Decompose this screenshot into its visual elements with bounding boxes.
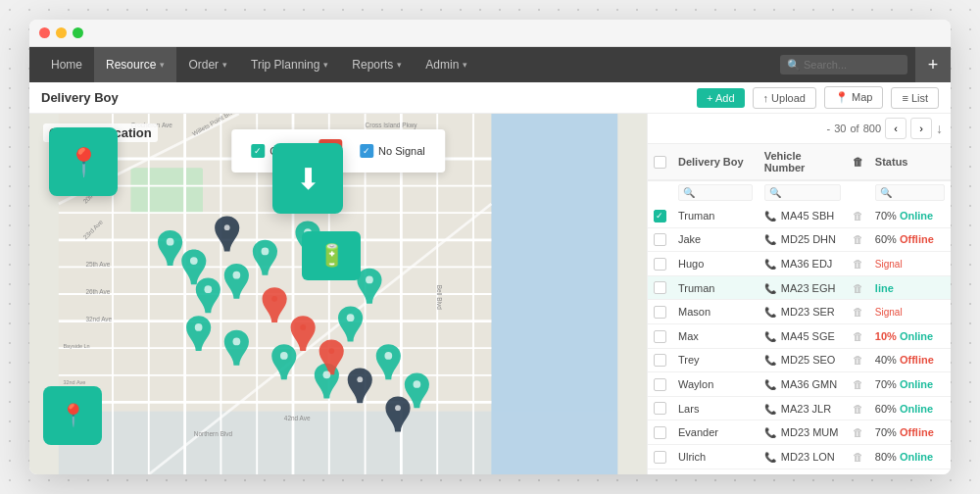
table-row: Ulrich 📞 MD23 LON 🗑 80% Online (648, 444, 951, 469)
right-panel: - 30 of 800 ‹ › ↓ D (647, 114, 951, 474)
col-status: Status (869, 144, 951, 180)
download-icon: ⬇ (296, 162, 320, 196)
row-checkbox-10[interactable] (654, 451, 666, 464)
row-name-4: Mason (672, 300, 759, 324)
nav-trip-planning[interactable]: Trip Planning ▾ (239, 47, 340, 82)
row-vehicle-4: 📞 MD23 SER (759, 300, 847, 324)
export-icon[interactable]: ↓ (936, 121, 943, 136)
row-vehicle-1: 📞 MD25 DHN (759, 227, 847, 252)
nav-search-area: 🔍 (780, 55, 915, 74)
delete-row-5[interactable]: 🗑 (853, 330, 863, 342)
trip-chevron: ▾ (323, 60, 328, 70)
row-status-11: 50% Online (869, 469, 951, 474)
delete-row-10[interactable]: 🗑 (853, 451, 863, 463)
svg-text:Cross Island Pkwy: Cross Island Pkwy (366, 122, 418, 129)
row-checkbox-1[interactable] (654, 233, 666, 246)
row-name-3: Truman (672, 275, 759, 300)
delete-row-4[interactable]: 🗑 (853, 306, 863, 318)
row-status-2: Signal (869, 252, 951, 276)
main-area: 20th Ave 23rd Ave 25th Ave 26th Ave 32nd… (29, 114, 951, 474)
status-value-4: Signal (875, 307, 903, 318)
row-checkbox-7[interactable] (654, 378, 666, 391)
resource-chevron: ▾ (160, 60, 165, 70)
table-row: Truman 📞 MA23 EGH 🗑 line (648, 275, 951, 300)
phone-icon-10: 📞 (764, 452, 776, 463)
delete-row-6[interactable]: 🗑 (853, 354, 863, 366)
battery-popup: 🔋 (302, 231, 361, 280)
phone-icon-0: 📞 (764, 211, 776, 222)
status-value-5: Online (900, 330, 933, 342)
list-button[interactable]: ≡ List (891, 87, 939, 109)
table-row: Jake 📞 MD25 DHN 🗑 60% Offline (648, 227, 951, 252)
title-bar (29, 20, 951, 47)
close-dot[interactable] (39, 27, 50, 38)
row-name-0: Truman (672, 204, 759, 227)
row-checkbox-3[interactable] (654, 281, 666, 294)
nav-reports[interactable]: Reports ▾ (340, 47, 414, 82)
nav-home[interactable]: Home (39, 47, 94, 82)
row-status-0: 70% Online (869, 204, 951, 227)
row-checkbox-2[interactable] (654, 258, 666, 271)
nav-admin[interactable]: Admin ▾ (414, 47, 479, 82)
search-wrap: 🔍 (780, 55, 907, 74)
nav-order[interactable]: Order ▾ (176, 47, 239, 82)
svg-rect-3 (130, 168, 203, 213)
delete-row-1[interactable]: 🗑 (853, 233, 863, 245)
nav-resource[interactable]: Resource ▾ (94, 47, 176, 82)
search-status-input[interactable] (875, 184, 945, 201)
delete-row-3[interactable]: 🗑 (853, 282, 863, 294)
status-value-0: Online (900, 210, 933, 222)
phone-icon-5: 📞 (764, 331, 776, 342)
row-checkbox-8[interactable] (654, 402, 666, 415)
row-checkbox-5[interactable] (654, 330, 666, 343)
status-value-1: Offline (900, 233, 934, 245)
row-checkbox-9[interactable] (654, 426, 666, 439)
row-name-5: Max (672, 323, 759, 348)
row-status-7: 70% Online (869, 372, 951, 397)
delete-row-2[interactable]: 🗑 (853, 258, 863, 270)
status-value-7: Online (900, 378, 933, 390)
phone-icon-7: 📞 (764, 379, 776, 390)
row-name-1: Jake (672, 227, 759, 252)
phone-icon-4: 📞 (764, 307, 776, 318)
add-delivery-button[interactable]: + Add (697, 88, 744, 108)
phone-icon-1: 📞 (764, 234, 776, 245)
search-name-input[interactable] (678, 184, 753, 201)
status-value-6: Offline (900, 354, 934, 366)
search-vehicle-input[interactable] (764, 184, 841, 201)
battery-icon: 🔋 (318, 243, 345, 269)
maximize-dot[interactable] (73, 27, 83, 38)
delete-row-0[interactable]: 🗑 (853, 210, 863, 222)
prev-page-button[interactable]: ‹ (885, 118, 906, 139)
row-checkbox-4[interactable] (654, 306, 666, 319)
row-checkbox-0[interactable] (654, 210, 666, 222)
floating-download-button[interactable]: ⬇ (272, 143, 343, 214)
svg-text:25th Ave: 25th Ave (85, 261, 110, 268)
delete-row-8[interactable]: 🗑 (853, 403, 863, 415)
row-vehicle-11: 📞 MD23 LKE (759, 469, 847, 474)
table-row: Hugo 📞 MA36 EDJ 🗑 Signal (648, 252, 951, 276)
row-vehicle-2: 📞 MA36 EDJ (759, 252, 847, 276)
map-button[interactable]: 📍 Map (824, 86, 883, 109)
status-value-10: Online (900, 451, 933, 463)
add-button[interactable]: + (915, 47, 951, 82)
row-status-1: 60% Offline (869, 227, 951, 252)
minimize-dot[interactable] (56, 27, 67, 38)
delete-row-9[interactable]: 🗑 (853, 426, 863, 438)
row-checkbox-6[interactable] (654, 354, 666, 367)
row-vehicle-0: 📞 MA45 SBH (759, 204, 847, 227)
no-signal-check-icon: ✓ (360, 144, 373, 158)
select-all-checkbox[interactable] (654, 156, 666, 169)
row-vehicle-7: 📞 MA36 GMN (759, 372, 847, 397)
upload-button[interactable]: ↑ Upload (753, 87, 816, 109)
battery-value-1: 60% (875, 233, 897, 245)
row-name-2: Hugo (672, 252, 759, 276)
delete-row-7[interactable]: 🗑 (853, 378, 863, 390)
svg-text:Northern Blvd: Northern Blvd (194, 430, 233, 437)
battery-value-6: 40% (875, 354, 897, 366)
location-popup: 📍 (49, 127, 118, 196)
row-name-9: Evander (672, 420, 759, 445)
phone-icon-9: 📞 (764, 427, 776, 438)
svg-text:42nd Ave: 42nd Ave (284, 415, 311, 421)
next-page-button[interactable]: › (910, 118, 932, 139)
